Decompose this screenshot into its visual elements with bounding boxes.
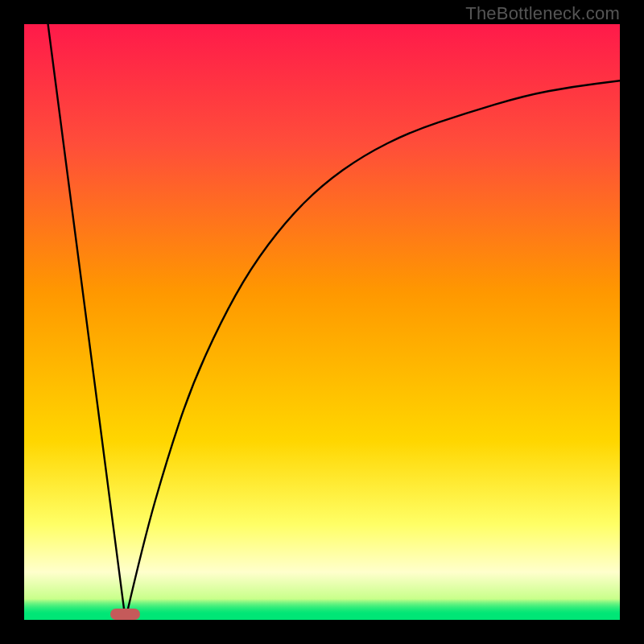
right-branch-path — [126, 80, 620, 620]
minimum-marker — [110, 609, 140, 620]
chart-frame: TheBottleneck.com — [0, 0, 644, 644]
plot-area — [24, 24, 620, 620]
left-branch-path — [48, 24, 126, 620]
bottleneck-curves — [24, 24, 620, 620]
watermark-text: TheBottleneck.com — [465, 3, 620, 24]
